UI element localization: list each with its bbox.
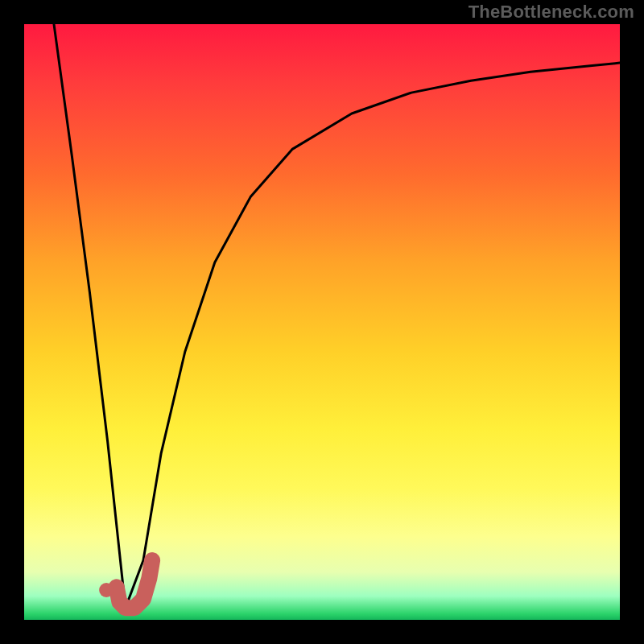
plot-area [24, 24, 620, 620]
bottleneck-curve [54, 24, 620, 608]
chart-frame: TheBottleneck.com [0, 0, 644, 644]
watermark-text: TheBottleneck.com [469, 2, 634, 23]
series-layer [54, 24, 620, 608]
chart-svg [24, 24, 620, 620]
highlight-dot [99, 583, 114, 597]
